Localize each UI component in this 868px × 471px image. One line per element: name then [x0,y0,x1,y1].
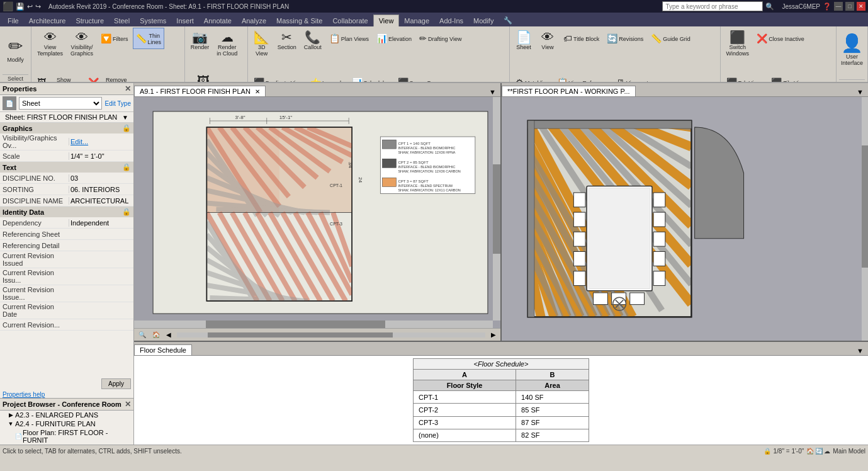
filters-button[interactable]: 🔽 Filters [98,28,132,49]
drafting-view-button[interactable]: ✏ Drafting View [416,28,465,49]
tab-massing[interactable]: Massing & Site [271,14,327,26]
show-hidden-icon: 🖼 [37,78,46,83]
properties-close-button[interactable]: ✕ [125,84,131,93]
browser-close-button[interactable]: ✕ [125,400,131,409]
tile-views-button[interactable]: ⬛ Tile Views [768,72,812,83]
tree-item-a24[interactable]: ▼ A2.4 - FURNITURE PLAN [0,419,133,428]
remove-hidden-icon: ❌ [88,78,99,83]
ribbon-group-graphics: 👁 ViewTemplates 👁 Visibility/Graphics 🔽 … [31,26,185,82]
maximize-button[interactable]: □ [845,2,854,11]
type-select[interactable]: Sheet [19,97,102,110]
tab-view[interactable]: View [373,14,400,26]
left-view-tab-close[interactable]: ✕ [255,88,260,95]
nav-forward-icon[interactable]: ▶ [489,331,498,339]
callout-button[interactable]: 📞 Callout [301,28,325,71]
remove-hidden-lines-button[interactable]: ❌ RemoveHidden Lines [85,72,137,83]
legends-button[interactable]: ⭐ Legends [307,72,347,83]
tab-views-button[interactable]: ⬛ Tab Views [723,72,767,83]
rendering-gallery-button[interactable]: 🖼 RenderingGallery [188,72,220,83]
schedule-collapse-button[interactable]: ▼ [855,346,865,355]
redo-icon[interactable]: ↪ [35,3,41,11]
apply-button[interactable]: Apply [101,378,131,389]
nav-scrollbar[interactable] [177,332,485,338]
elevation-button[interactable]: 📊 Elevation [373,28,415,49]
visibility-graphics-button[interactable]: 👁 Visibility/Graphics [67,28,96,71]
tab-file[interactable]: File [3,14,24,26]
scope-box-button[interactable]: ⬛ Scope Box [395,72,441,83]
tree-item-a23[interactable]: ▶ A2.3 - ENLARGED PLANS [0,411,133,419]
right-view-canvas[interactable] [502,97,868,341]
visibility-value[interactable]: Edit... [69,138,131,145]
right-view-collapse-button[interactable]: ▼ [855,88,865,96]
sheet-dropdown[interactable]: ▼ [122,114,128,121]
matchline-button[interactable]: ⚙ Matchline [512,72,553,83]
tab-structure[interactable]: Structure [70,14,109,26]
guide-grid-button[interactable]: 📏 Guide Grid [648,28,694,49]
thin-lines-button[interactable]: 📏 ThinLines [133,28,165,49]
search-box[interactable] [662,1,763,11]
title-block-button[interactable]: 🏷 Title Block [560,28,602,49]
schedules-button[interactable]: 📊 Schedules [349,72,393,83]
switch-windows-button[interactable]: ⬛ SwitchWindows [723,28,753,71]
sync-icon[interactable]: 🔄 [815,448,823,455]
tab-architecture[interactable]: Architecture [24,14,71,26]
sheet-button[interactable]: 📄 Sheet [512,28,535,71]
nav-home-icon[interactable]: 🏠 [150,331,162,339]
right-view-vscrollbar[interactable] [862,97,868,341]
help-icon[interactable]: ❓ [823,3,831,11]
tab-annotate[interactable]: Annotate [199,14,237,26]
search-icon[interactable]: 🔍 [765,3,774,11]
tab-analyze[interactable]: Analyze [237,14,271,26]
viewports-button[interactable]: 🖥 Viewports [613,72,654,83]
tab-modify[interactable]: Modify [468,14,499,26]
view-templates-button[interactable]: 👁 ViewTemplates [34,28,66,71]
edit-type-button[interactable]: Edit Type [104,100,131,107]
left-view-vscrollbar[interactable] [493,97,500,321]
undo-icon[interactable]: ↩ [27,3,33,11]
tab-contextual[interactable]: 🔧 [499,14,517,26]
tab-manage[interactable]: Manage [399,14,434,26]
view-reference-button[interactable]: 📋 View Reference [554,72,612,83]
left-view-collapse-button[interactable]: ▼ [487,88,498,96]
viewports-icon: 🖥 [616,78,625,83]
minimize-button[interactable]: — [834,2,843,11]
text-section-header[interactable]: Text 🔒 [0,162,133,173]
user-interface-button[interactable]: 👤 UserInterface [837,28,867,73]
identity-section-header[interactable]: Identity Data 🔒 [0,207,133,217]
3d-view-button[interactable]: 📐 3DView [251,28,273,71]
home-icon[interactable]: 🏠 [806,448,814,455]
graphics-section-header[interactable]: Graphics 🔒 [0,123,133,133]
nav-back-icon[interactable]: ◀ [164,331,173,339]
tree-item-a24-fp[interactable]: 📄 Floor Plan: FIRST FLOOR - FURNIT [0,428,133,445]
tab-addins[interactable]: Add-Ins [434,14,468,26]
tab-insert[interactable]: Insert [171,14,199,26]
tab-systems[interactable]: Systems [135,14,171,26]
discipline-name-label: DISCIPLINE NAME [3,197,69,205]
render-cloud-button[interactable]: ☁ Renderin Cloud [213,28,240,71]
nav-zoom-icon[interactable]: 🔍 [137,331,148,339]
cloud-icon[interactable]: ☁ [824,448,830,455]
close-inactive-button[interactable]: ❌ Close Inactive [753,28,808,49]
show-hidden-lines-button[interactable]: 🖼 ShowHidden Lines [34,72,84,83]
schedule-tab[interactable]: Floor Schedule [134,344,192,355]
tab-steel[interactable]: Steel [109,14,135,26]
duplicate-view-button[interactable]: ⬛ Duplicate View [251,72,306,83]
plan-views-button[interactable]: 📋 Plan Views [326,28,372,49]
view-button[interactable]: 👁 View [536,28,559,71]
left-view-tab[interactable]: A9.1 - FIRST FLOOR FINISH PLAN ✕ [134,86,266,96]
close-button[interactable]: ✕ [857,2,865,11]
schedule-row-4: (none) 82 SF [414,429,589,441]
left-view-hscrollbar[interactable] [134,321,493,328]
properties-title: Properties [3,85,37,93]
right-view-tab[interactable]: **FIRST FLOOR PLAN - WORKING P... [502,86,636,96]
svg-rect-58 [382,159,396,167]
left-view-canvas[interactable]: 3'-8" 15'-1" 24 [134,97,500,328]
render-button[interactable]: 📷 Render [188,28,213,71]
modify-button[interactable]: ✏ Modify [2,28,30,73]
guide-grid-icon: 📏 [651,34,662,43]
revisions-button[interactable]: 🔄 Revisions [604,28,646,49]
quick-save-icon[interactable]: 💾 [16,3,25,11]
tab-collaborate[interactable]: Collaborate [327,14,373,26]
tile-views-icon: ⬛ [771,78,782,83]
section-button[interactable]: ✂ Section [274,28,300,71]
